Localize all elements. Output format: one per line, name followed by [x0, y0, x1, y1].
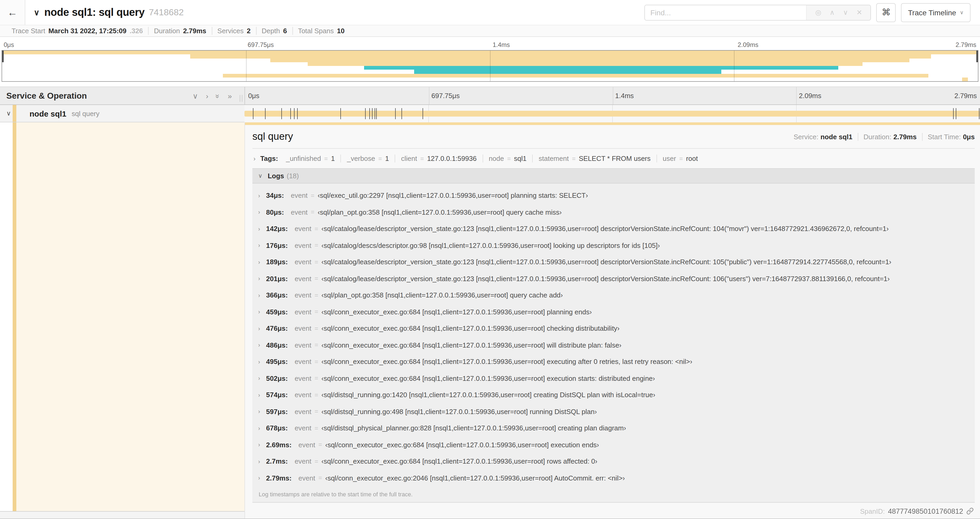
find-input[interactable]: [645, 5, 807, 20]
log-expand-chevron-icon[interactable]: ›: [258, 392, 266, 398]
span-log-marker[interactable]: [376, 108, 377, 119]
log-expand-chevron-icon[interactable]: ›: [258, 209, 266, 216]
span-log-marker[interactable]: [365, 108, 365, 119]
span-log-marker[interactable]: [979, 108, 980, 119]
logs-collapse-chevron-icon[interactable]: ∨: [258, 172, 262, 179]
log-timestamp: 678μs:: [266, 424, 288, 432]
span-name-cell[interactable]: ∨ node sql1 sql query: [0, 105, 245, 122]
span-log-marker[interactable]: [297, 108, 298, 119]
log-entry[interactable]: ›366μs:event=‹sql/plan_opt.go:358 [nsql1…: [252, 287, 975, 303]
log-entry[interactable]: ›459μs:event=‹sql/conn_executor_exec.go:…: [252, 303, 975, 320]
prev-match-icon[interactable]: ∧: [830, 8, 835, 16]
command-icon: ⌘: [882, 7, 891, 18]
log-entry[interactable]: ›597μs:event=‹sql/distsql_running.go:498…: [252, 403, 975, 420]
clear-find-icon[interactable]: ✕: [856, 8, 862, 16]
span-log-marker[interactable]: [401, 108, 402, 119]
span-log-marker[interactable]: [340, 108, 341, 119]
tag[interactable]: user=root: [657, 155, 704, 163]
log-entry[interactable]: ›201μs:event=‹sql/catalog/lease/descript…: [252, 270, 975, 287]
collapse-one-level-icon[interactable]: ∨: [192, 91, 198, 100]
log-expand-chevron-icon[interactable]: ›: [258, 342, 266, 348]
locate-match-icon[interactable]: ◎: [815, 8, 821, 16]
minimap-canvas[interactable]: [2, 50, 978, 82]
span-log-marker[interactable]: [372, 108, 372, 119]
log-expand-chevron-icon[interactable]: ›: [258, 242, 266, 249]
log-entry[interactable]: ›502μs:event=‹sql/conn_executor_exec.go:…: [252, 370, 975, 386]
tag[interactable]: _unfinished=1: [280, 155, 340, 163]
span-log-marker[interactable]: [956, 108, 956, 119]
trace-title-chevron-icon[interactable]: ∨: [34, 8, 40, 17]
log-expand-chevron-icon[interactable]: ›: [258, 409, 266, 415]
log-entry[interactable]: ›476μs:event=‹sql/conn_executor_exec.go:…: [252, 320, 975, 337]
log-expand-chevron-icon[interactable]: ›: [258, 458, 266, 465]
span-log-marker[interactable]: [265, 108, 266, 119]
log-expand-chevron-icon[interactable]: ›: [258, 375, 266, 382]
deep-link-icon[interactable]: [966, 508, 974, 515]
keyboard-shortcuts-button[interactable]: ⌘: [877, 3, 896, 22]
log-entry[interactable]: ›176μs:event=‹sql/catalog/descs/descript…: [252, 237, 975, 254]
minimap-tick-label: 2.09ms: [738, 41, 759, 48]
span-collapse-chevron-icon[interactable]: ∨: [6, 110, 11, 117]
column-resize-grip[interactable]: [240, 95, 242, 102]
span-log-marker[interactable]: [374, 108, 375, 119]
log-entry[interactable]: ›34μs:event=‹sql/exec_util.go:2297 [nsql…: [252, 187, 975, 204]
summary-value: 2.79ms: [183, 27, 206, 35]
log-expand-chevron-icon[interactable]: ›: [258, 425, 266, 431]
span-bar-cell[interactable]: [245, 105, 980, 122]
log-entry[interactable]: ›2.7ms:event=‹sql/conn_executor_exec.go:…: [252, 453, 975, 469]
log-entry[interactable]: ›189μs:event=‹sql/catalog/lease/descript…: [252, 254, 975, 270]
tag[interactable]: _verbose=1: [340, 155, 395, 163]
span-log-marker[interactable]: [369, 108, 370, 119]
service-label: Service:: [794, 133, 818, 141]
log-equals: =: [315, 325, 318, 332]
tag[interactable]: client=127.0.0.1:59936: [395, 155, 482, 163]
log-entry[interactable]: ›2.79ms:event=‹sql/conn_executor_exec.go…: [252, 469, 975, 486]
log-entry[interactable]: ›574μs:event=‹sql/distsql_running.go:142…: [252, 386, 975, 403]
minimap-right-scrubber-handle[interactable]: [976, 51, 978, 62]
view-selector-button[interactable]: Trace Timeline ∨: [901, 3, 970, 22]
span-duration-bar[interactable]: [245, 111, 980, 117]
log-entry[interactable]: ›2.69ms:event=‹sql/conn_executor_exec.go…: [252, 436, 975, 453]
tags-expand-chevron-icon[interactable]: ›: [253, 155, 256, 162]
service-value: node sql1: [820, 133, 852, 141]
log-entry[interactable]: ›495μs:event=‹sql/conn_executor_exec.go:…: [252, 353, 975, 370]
log-entry[interactable]: ›678μs:event=‹sql/distsql_physical_plann…: [252, 420, 975, 436]
log-expand-chevron-icon[interactable]: ›: [258, 475, 266, 481]
span-log-marker[interactable]: [282, 108, 282, 119]
span-log-marker[interactable]: [253, 108, 253, 119]
span-log-marker[interactable]: [423, 108, 423, 119]
minimap-left-scrubber-handle[interactable]: [2, 51, 4, 62]
collapse-all-icon[interactable]: »: [214, 94, 222, 97]
log-entry[interactable]: ›486μs:event=‹sql/conn_executor_exec.go:…: [252, 337, 975, 353]
log-key: event: [294, 308, 312, 316]
nav-right-controls: ◎ ∧ ∨ ✕ ⌘ Trace Timeline ∨: [644, 3, 970, 22]
log-entry[interactable]: ›142μs:event=‹sql/catalog/lease/descript…: [252, 220, 975, 237]
log-key: event: [291, 208, 308, 216]
log-expand-chevron-icon[interactable]: ›: [258, 326, 266, 332]
next-match-icon[interactable]: ∨: [843, 8, 848, 16]
tag[interactable]: statement=SELECT * FROM users: [532, 155, 657, 163]
log-expand-chevron-icon[interactable]: ›: [258, 292, 266, 299]
span-log-marker[interactable]: [953, 108, 954, 119]
trace-summary-item: Trace StartMarch 31 2022, 17:25:09.326: [6, 27, 148, 35]
log-key: event: [294, 258, 312, 266]
find-group: ◎ ∧ ∨ ✕: [644, 5, 871, 20]
span-log-marker[interactable]: [395, 108, 396, 119]
log-expand-chevron-icon[interactable]: ›: [258, 442, 266, 448]
expand-one-level-icon[interactable]: ›: [206, 91, 208, 100]
span-log-marker[interactable]: [294, 108, 294, 119]
log-expand-chevron-icon[interactable]: ›: [258, 193, 266, 199]
log-expand-chevron-icon[interactable]: ›: [258, 359, 266, 365]
expand-all-icon[interactable]: »: [228, 91, 232, 100]
log-entry[interactable]: ›80μs:event=‹sql/plan_opt.go:358 [nsql1,…: [252, 204, 975, 220]
tag[interactable]: node=sql1: [482, 155, 532, 163]
log-expand-chevron-icon[interactable]: ›: [258, 259, 266, 265]
log-expand-chevron-icon[interactable]: ›: [258, 276, 266, 282]
span-log-marker[interactable]: [290, 108, 291, 119]
back-button[interactable]: ←: [0, 0, 25, 25]
tags-row[interactable]: › Tags: _unfinished=1_verbose=1client=12…: [252, 149, 975, 168]
logs-header[interactable]: ∨ Logs (18): [252, 169, 975, 184]
log-timestamp: 34μs:: [266, 192, 284, 200]
log-expand-chevron-icon[interactable]: ›: [258, 226, 266, 232]
log-expand-chevron-icon[interactable]: ›: [258, 309, 266, 315]
